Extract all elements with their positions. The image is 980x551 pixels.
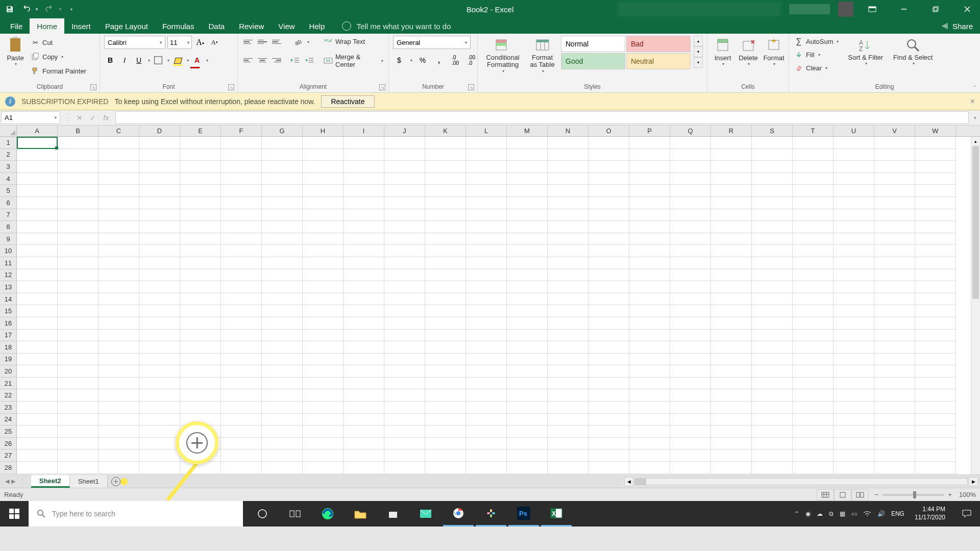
cell[interactable] xyxy=(99,137,139,149)
cell[interactable] xyxy=(589,317,629,330)
format-painter-button[interactable]: Format Painter xyxy=(30,65,87,77)
cell[interactable] xyxy=(915,257,956,269)
cell[interactable] xyxy=(221,402,262,414)
style-normal[interactable]: Normal xyxy=(561,36,625,52)
row-header[interactable]: 14 xyxy=(0,293,17,306)
font-dialog-icon[interactable]: ↘ xyxy=(228,84,234,90)
cell[interactable] xyxy=(58,257,99,269)
cell[interactable] xyxy=(589,221,629,233)
enter-formula-icon[interactable]: ✓ xyxy=(87,112,99,124)
cell[interactable] xyxy=(915,365,956,378)
cell[interactable] xyxy=(793,378,834,390)
cell[interactable] xyxy=(384,365,425,378)
cell[interactable] xyxy=(752,402,793,414)
cell[interactable] xyxy=(344,389,384,402)
cell[interactable] xyxy=(384,389,425,402)
cell[interactable] xyxy=(99,149,139,161)
cell[interactable] xyxy=(58,449,99,462)
cell[interactable] xyxy=(17,245,58,257)
cell[interactable] xyxy=(548,365,589,378)
cell[interactable] xyxy=(425,281,466,293)
cell[interactable] xyxy=(548,281,589,293)
cell[interactable] xyxy=(629,233,670,245)
cell[interactable] xyxy=(915,137,956,149)
cell[interactable] xyxy=(507,341,548,354)
vertical-scrollbar[interactable]: ▴ xyxy=(971,137,980,474)
cell[interactable] xyxy=(139,341,180,354)
cell[interactable] xyxy=(139,161,180,173)
cell[interactable] xyxy=(262,245,303,257)
tab-help[interactable]: Help xyxy=(302,18,332,34)
cell[interactable] xyxy=(752,378,793,390)
view-normal-icon[interactable] xyxy=(817,489,834,500)
cell[interactable] xyxy=(425,378,466,390)
select-all-corner[interactable] xyxy=(0,126,17,136)
cell[interactable] xyxy=(507,281,548,293)
cell[interactable] xyxy=(99,449,139,462)
tray-expand-icon[interactable]: ⌃ xyxy=(794,510,799,517)
cell[interactable] xyxy=(834,414,874,426)
cell[interactable] xyxy=(221,197,262,209)
photoshop-icon[interactable]: Ps xyxy=(508,501,539,527)
cell[interactable] xyxy=(874,281,915,293)
cell[interactable] xyxy=(384,269,425,282)
cell[interactable] xyxy=(507,257,548,269)
cell[interactable] xyxy=(139,197,180,209)
cell[interactable] xyxy=(180,257,221,269)
cell[interactable] xyxy=(874,378,915,390)
cell[interactable] xyxy=(589,137,629,149)
cell[interactable] xyxy=(915,438,956,450)
cell[interactable] xyxy=(874,293,915,306)
column-header[interactable]: E xyxy=(180,126,221,136)
cell[interactable] xyxy=(466,293,507,306)
cell[interactable] xyxy=(17,197,58,209)
cell[interactable] xyxy=(17,402,58,414)
cell[interactable] xyxy=(629,425,670,438)
cell[interactable] xyxy=(589,161,629,173)
cell[interactable] xyxy=(58,173,99,185)
cell[interactable] xyxy=(384,245,425,257)
row-header[interactable]: 3 xyxy=(0,161,17,173)
cell[interactable] xyxy=(262,402,303,414)
cell[interactable] xyxy=(466,354,507,366)
cell[interactable] xyxy=(344,425,384,438)
cell[interactable] xyxy=(139,269,180,282)
cell[interactable] xyxy=(507,233,548,245)
cell[interactable] xyxy=(262,149,303,161)
cell[interactable] xyxy=(548,389,589,402)
close-notification-icon[interactable]: × xyxy=(970,97,975,106)
cell[interactable] xyxy=(303,317,344,330)
cell[interactable] xyxy=(303,365,344,378)
cell[interactable] xyxy=(262,161,303,173)
delete-cells-button[interactable]: Delete▾ xyxy=(737,36,760,67)
cell[interactable] xyxy=(507,365,548,378)
cell[interactable] xyxy=(344,414,384,426)
cell[interactable] xyxy=(466,330,507,342)
cell[interactable] xyxy=(874,438,915,450)
row-header[interactable]: 18 xyxy=(0,341,17,354)
cell[interactable] xyxy=(548,257,589,269)
cell[interactable] xyxy=(303,233,344,245)
styles-more-icon[interactable]: ▾ xyxy=(694,57,703,68)
cell[interactable] xyxy=(180,378,221,390)
cell[interactable] xyxy=(17,233,58,245)
cell[interactable] xyxy=(793,161,834,173)
cell[interactable] xyxy=(384,449,425,462)
cell[interactable] xyxy=(589,341,629,354)
cell[interactable] xyxy=(548,293,589,306)
cell[interactable] xyxy=(752,354,793,366)
cell[interactable] xyxy=(180,269,221,282)
slack-icon[interactable] xyxy=(476,501,506,527)
cell[interactable] xyxy=(221,330,262,342)
cell[interactable] xyxy=(629,281,670,293)
cell[interactable] xyxy=(344,305,384,317)
cell[interactable] xyxy=(262,185,303,197)
cell[interactable] xyxy=(180,354,221,366)
cell[interactable] xyxy=(711,389,752,402)
reactivate-button[interactable]: Reactivate xyxy=(321,95,374,108)
cell[interactable] xyxy=(180,233,221,245)
cell[interactable] xyxy=(58,425,99,438)
cell[interactable] xyxy=(834,293,874,306)
cell[interactable] xyxy=(874,173,915,185)
cell[interactable] xyxy=(874,317,915,330)
